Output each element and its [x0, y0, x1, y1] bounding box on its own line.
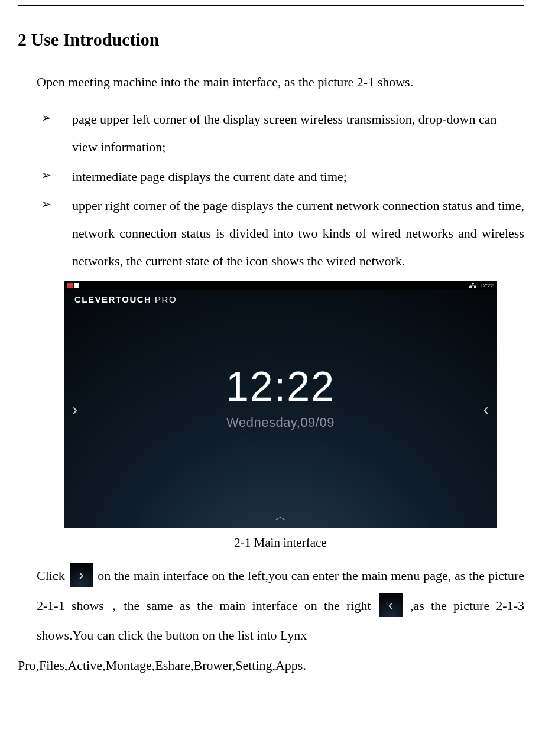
horizontal-rule [18, 5, 524, 6]
svg-rect-2 [474, 286, 476, 288]
svg-rect-0 [472, 283, 474, 284]
nav-right-button[interactable]: ‹ [478, 394, 495, 425]
chevron-right-icon [70, 563, 93, 587]
list-item: intermediate page displays the current d… [37, 163, 524, 190]
section-heading: 2 Use Introduction [18, 30, 524, 50]
clevertouch-logo: CLEVERTOUCH PRO [74, 294, 177, 304]
wireless-transmission-icon [74, 283, 79, 288]
chevron-left-icon [379, 593, 403, 617]
intro-paragraph: Open meeting machine into the main inter… [37, 74, 524, 90]
main-interface-screenshot: 12:22 CLEVERTOUCH PRO 12:22 Wednesday,09… [64, 281, 497, 528]
clock-date: Wednesday,09/09 [226, 415, 335, 430]
para-text: Click [37, 568, 69, 583]
clock-time: 12:22 [226, 363, 335, 410]
figure-caption: 2-1 Main interface [37, 536, 524, 550]
figure-2-1: 12:22 CLEVERTOUCH PRO 12:22 Wednesday,09… [64, 281, 497, 528]
paragraph-after-figure: Click on the main interface on the left,… [37, 561, 524, 651]
wired-network-icon [469, 283, 476, 288]
feature-list: page upper left corner of the display sc… [37, 105, 524, 275]
status-bar: 12:22 [64, 281, 497, 290]
list-item: upper right corner of the page displays … [37, 192, 524, 275]
svg-rect-1 [469, 286, 472, 288]
nav-left-button[interactable]: › [66, 394, 83, 425]
status-time: 12:22 [480, 283, 494, 288]
logo-part-b: TOUCH [116, 294, 152, 304]
status-right-icons: 12:22 [469, 283, 494, 288]
paragraph-continuation: Pro,Files,Active,Montage,Eshare,Brower,S… [18, 651, 524, 681]
caret-up-button[interactable]: ︿ [275, 510, 286, 524]
logo-part-c: PRO [151, 294, 177, 304]
notification-icon [67, 283, 73, 288]
list-item: page upper left corner of the display sc… [37, 105, 524, 161]
status-left-icons [67, 283, 79, 288]
logo-part-a: CLEVER [74, 294, 116, 304]
